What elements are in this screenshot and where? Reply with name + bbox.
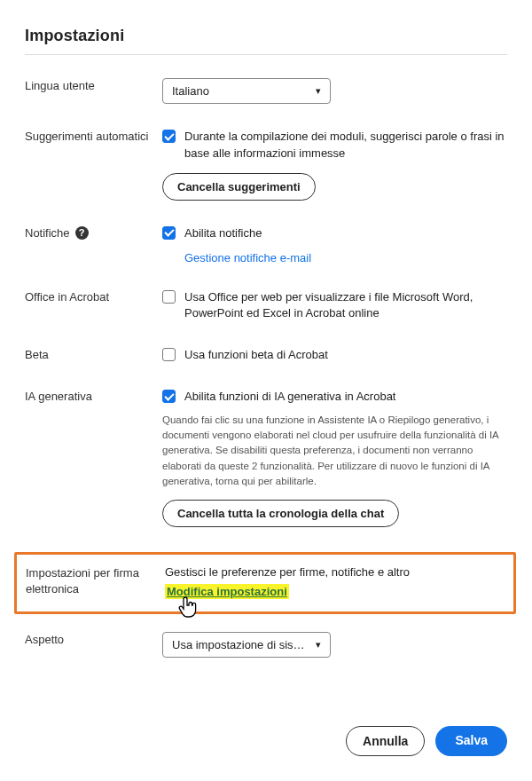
edit-esign-link-text: Modifica impostazioni bbox=[167, 585, 287, 598]
beta-text: Usa funzioni beta di Acrobat bbox=[184, 347, 507, 364]
label-language: Lingua utente bbox=[25, 78, 162, 94]
help-icon[interactable]: ? bbox=[75, 226, 89, 240]
manage-email-link[interactable]: Gestione notifiche e-mail bbox=[162, 251, 311, 264]
ai-text: Abilita funzioni di IA generativa in Acr… bbox=[184, 389, 507, 406]
appearance-value: Usa impostazione di sis… bbox=[172, 638, 305, 651]
divider bbox=[25, 54, 507, 55]
page-title: Impostazioni bbox=[25, 27, 507, 45]
chevron-down-icon: ▾ bbox=[316, 639, 321, 651]
footer-actions: Annulla Salva bbox=[346, 726, 507, 756]
row-appearance: Aspetto Usa impostazione di sis… ▾ bbox=[25, 632, 507, 658]
office-checkbox[interactable] bbox=[162, 290, 176, 304]
cancel-button[interactable]: Annulla bbox=[346, 726, 425, 756]
esign-text: Gestisci le preferenze per firme, notifi… bbox=[165, 565, 501, 579]
ai-checkbox[interactable] bbox=[162, 390, 176, 403]
row-office: Office in Acrobat Usa Office per web per… bbox=[25, 289, 507, 323]
suggestions-text: Durante la compilazione dei moduli, sugg… bbox=[184, 129, 507, 162]
label-ai: IA generativa bbox=[25, 389, 162, 405]
clear-chat-history-button[interactable]: Cancella tutta la cronologia della chat bbox=[162, 500, 399, 527]
row-language: Lingua utente Italiano ▾ bbox=[25, 78, 507, 104]
notifications-label-text: Notifiche bbox=[25, 225, 70, 241]
label-esign: Impostazioni per firma elettronica bbox=[26, 565, 165, 597]
language-value: Italiano bbox=[172, 84, 209, 98]
beta-checkbox[interactable] bbox=[162, 348, 176, 361]
ai-description: Quando fai clic su una funzione in Assis… bbox=[162, 413, 507, 489]
save-button[interactable]: Salva bbox=[435, 726, 507, 756]
language-select[interactable]: Italiano ▾ bbox=[162, 78, 331, 104]
edit-esign-link[interactable]: Modifica impostazioni bbox=[165, 584, 289, 599]
label-beta: Beta bbox=[25, 347, 162, 363]
cursor-hand-icon bbox=[177, 596, 199, 619]
row-ai: IA generativa Abilita funzioni di IA gen… bbox=[25, 389, 507, 527]
label-office: Office in Acrobat bbox=[25, 289, 162, 305]
row-suggestions: Suggerimenti automatici Durante la compi… bbox=[25, 129, 507, 201]
label-notifications: Notifiche ? bbox=[25, 225, 162, 241]
row-esign-highlighted: Impostazioni per firma elettronica Gesti… bbox=[14, 552, 516, 614]
appearance-select[interactable]: Usa impostazione di sis… ▾ bbox=[162, 632, 331, 658]
suggestions-checkbox[interactable] bbox=[162, 130, 176, 143]
row-beta: Beta Usa funzioni beta di Acrobat bbox=[25, 347, 507, 364]
notifications-text: Abilita notifiche bbox=[184, 225, 507, 242]
office-text: Usa Office per web per visualizzare i fi… bbox=[184, 289, 507, 323]
label-appearance: Aspetto bbox=[25, 632, 162, 648]
notifications-checkbox[interactable] bbox=[162, 226, 176, 240]
label-suggestions: Suggerimenti automatici bbox=[25, 129, 162, 145]
row-notifications: Notifiche ? Abilita notifiche Gestione n… bbox=[25, 225, 507, 264]
chevron-down-icon: ▾ bbox=[316, 85, 321, 97]
clear-suggestions-button[interactable]: Cancella suggerimenti bbox=[162, 173, 316, 201]
